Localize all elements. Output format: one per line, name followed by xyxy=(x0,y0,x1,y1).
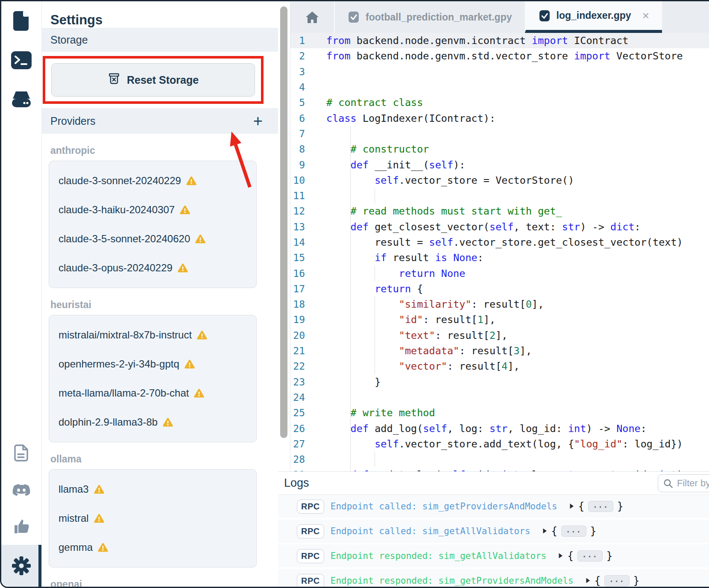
log-expander[interactable]: {...} xyxy=(558,550,612,562)
provider-group-label-anthropic: anthropic xyxy=(50,145,278,156)
model-label: gemma xyxy=(59,541,93,553)
model-item[interactable]: claude-3-opus-20240229 xyxy=(49,253,256,282)
code-line: 20 "text": result[2], xyxy=(290,328,709,343)
log-expander[interactable]: {...} xyxy=(542,525,597,537)
model-item[interactable]: mistralai/mixtral-8x7b-instruct xyxy=(49,320,256,350)
ellipsis-button[interactable]: ... xyxy=(588,501,613,512)
indent-guide xyxy=(350,203,351,219)
model-item[interactable]: dolphin-2.9-llama3-8b xyxy=(49,408,256,437)
logs-title: Logs xyxy=(284,476,309,490)
search-icon xyxy=(663,479,673,488)
code-line: 28 xyxy=(290,452,709,467)
line-number: 4 xyxy=(290,82,326,93)
indent-guide xyxy=(350,157,351,172)
brace-open: { xyxy=(578,500,584,512)
settings-gear-button[interactable] xyxy=(1,545,41,587)
log-row[interactable]: RPCEndpoint called: sim_getAllValidators… xyxy=(278,520,709,544)
line-number: 24 xyxy=(290,392,326,403)
indent-guide xyxy=(350,390,351,405)
activity-bar-bottom xyxy=(1,435,41,587)
terminal-icon xyxy=(11,51,32,69)
log-expander[interactable]: {...} xyxy=(569,500,624,512)
line-number: 5 xyxy=(290,97,326,108)
model-item[interactable]: gemma xyxy=(49,533,256,562)
log-row[interactable]: RPCEndpoint responded: sim_getProvidersA… xyxy=(278,569,709,587)
model-item[interactable]: mistral xyxy=(49,504,256,533)
provider-group-ollama: llama3mistralgemma xyxy=(49,469,257,567)
code-line: 25 # write method xyxy=(290,405,709,420)
indent-guide xyxy=(350,281,351,297)
code-line: 1from backend.node.genvm.icontract impor… xyxy=(290,33,709,48)
code-line: 5# contract class xyxy=(290,95,709,110)
tab-label: football_prediction_market.gpy xyxy=(366,12,512,23)
code-line: 2from backend.node.genvm.std.vector_stor… xyxy=(290,48,709,64)
add-provider-button[interactable]: + xyxy=(253,113,263,129)
brace-open: { xyxy=(595,575,601,587)
log-expander[interactable]: {...} xyxy=(585,575,640,587)
contracts-file-button[interactable] xyxy=(1,1,41,41)
code-text: "metadata": result[3], xyxy=(326,345,532,357)
discord-icon xyxy=(12,483,30,497)
model-item[interactable]: claude-3-haiku-20240307 xyxy=(49,195,256,224)
line-number: 2 xyxy=(290,50,326,62)
docs-button[interactable] xyxy=(1,435,41,471)
model-label: claude-3-5-sonnet-20240620 xyxy=(59,233,190,245)
rpc-badge: RPC xyxy=(297,549,324,563)
ellipsis-button[interactable]: ... xyxy=(577,550,603,562)
code-line: 8 # constructor xyxy=(290,141,709,157)
code-text: def get_closest_vector(self, text: str) … xyxy=(326,221,641,233)
line-number: 16 xyxy=(290,268,326,279)
code-line: 12 # read methods must start with get_ xyxy=(290,203,709,219)
code-text: # contract class xyxy=(326,97,423,109)
model-item[interactable]: openhermes-2-yi-34b-gptq xyxy=(49,350,256,379)
brace-open: { xyxy=(551,525,557,537)
ellipsis-button[interactable]: ... xyxy=(604,575,630,587)
indent-guide xyxy=(375,312,375,327)
model-label: dolphin-2.9-llama3-8b xyxy=(59,416,158,428)
log-message: Endpoint responded: sim_getProvidersAndM… xyxy=(331,576,574,586)
close-tab-icon[interactable]: × xyxy=(642,10,649,22)
page-title: Settings xyxy=(42,1,278,28)
home-tab-button[interactable] xyxy=(290,1,334,33)
line-number: 22 xyxy=(290,361,326,372)
code-editor[interactable]: 1from backend.node.genvm.icontract impor… xyxy=(290,33,709,471)
tab-football_prediction_market.gpy[interactable]: football_prediction_market.gpy xyxy=(334,1,525,33)
model-item[interactable]: claude-3-sonnet-20240229 xyxy=(49,166,256,195)
code-line: 27 self.vector_store.add_text(log, {"log… xyxy=(290,436,709,452)
logs-filter[interactable] xyxy=(658,474,709,492)
warning-icon xyxy=(195,234,205,244)
reset-storage-button[interactable]: Reset Storage xyxy=(51,63,255,97)
brace-open: { xyxy=(567,550,573,562)
tab-log_indexer.gpy[interactable]: log_indexer.gpy× xyxy=(525,1,662,33)
log-row[interactable]: RPCEndpoint called: sim_getProvidersAndM… xyxy=(278,495,709,520)
logs-filter-input[interactable] xyxy=(677,478,709,489)
tab-label: log_indexer.gpy xyxy=(557,10,631,21)
line-number: 11 xyxy=(290,190,326,201)
line-number: 9 xyxy=(290,159,326,171)
logs-header: Logs xyxy=(278,472,709,495)
indent-guide xyxy=(350,359,351,374)
line-number: 1 xyxy=(290,35,326,46)
indent-guide xyxy=(350,467,351,471)
log-message: Endpoint called: sim_getAllValidators xyxy=(331,526,530,536)
model-item[interactable]: claude-3-5-sonnet-20240620 xyxy=(49,224,256,253)
line-number: 20 xyxy=(290,330,326,341)
code-line: 15 if result is None: xyxy=(290,250,709,265)
ellipsis-button[interactable]: ... xyxy=(561,526,586,537)
settings-scrollbar[interactable] xyxy=(278,1,290,471)
discord-button[interactable] xyxy=(1,471,41,508)
terminal-button[interactable] xyxy=(1,41,41,80)
model-item[interactable]: llama3 xyxy=(49,475,256,504)
log-row[interactable]: RPCEndpoint responded: sim_getAllValidat… xyxy=(278,544,709,569)
warning-icon xyxy=(163,417,173,427)
indent-guide xyxy=(350,297,351,312)
activity-bar xyxy=(1,1,42,587)
model-item[interactable]: meta-llama/llama-2-70b-chat xyxy=(49,379,256,408)
storage-drive-button[interactable] xyxy=(1,80,41,119)
scrollbar-thumb[interactable] xyxy=(280,6,287,438)
file-check-icon xyxy=(539,10,551,22)
indent-guide xyxy=(350,420,351,436)
feedback-thumbs-up-button[interactable] xyxy=(1,508,41,545)
expand-triangle-icon xyxy=(585,575,591,587)
indent-guide xyxy=(350,235,351,250)
